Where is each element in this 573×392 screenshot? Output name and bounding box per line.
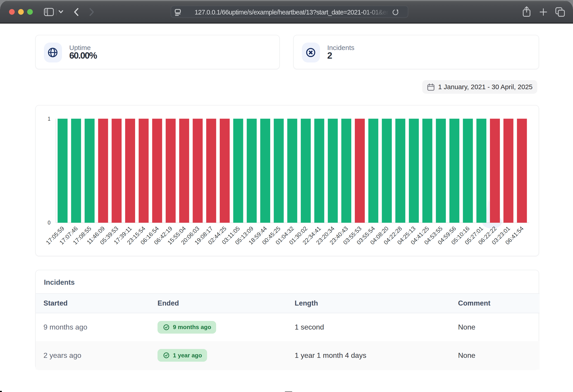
svg-text:0: 0 — [48, 220, 51, 226]
svg-text:1: 1 — [48, 116, 51, 122]
